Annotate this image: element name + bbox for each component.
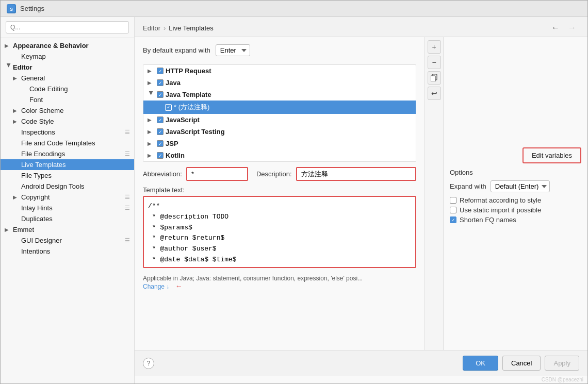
template-content-area: By default expand with Enter Tab Space [135,37,443,350]
tmpl-group-java-template[interactable]: ▶ Java Template [143,89,416,101]
svg-text:S: S [10,7,13,12]
group-label: HTTP Request [166,67,211,75]
change-label: Change ↓ [143,283,169,290]
settings-icon: ☰ [125,194,130,201]
template-textarea[interactable]: /** * @description TODO * $params$ * @re… [143,196,416,268]
sidebar-item-emmet[interactable]: ▶ Emmet [1,224,134,235]
expand-with-row: By default expand with Enter Tab Space [143,44,416,56]
shorten-fq-label: Shorten FQ names [460,216,516,224]
tmpl-group-kotlin[interactable]: ▶ Kotlin [143,149,416,161]
remove-button[interactable]: − [428,56,441,69]
tmpl-group-http-request[interactable]: ▶ HTTP Request [143,65,416,77]
ok-button[interactable]: OK [463,356,498,371]
sidebar-item-label: Emmet [13,226,34,233]
description-label: Description: [256,170,292,178]
sidebar-item-editor[interactable]: ▶ Editor [1,62,134,73]
main-content: ▶ Appearance & Behavior ▶ Keymap ▶ Edito… [1,17,587,383]
group-arrow: ▶ [148,141,155,146]
abbreviation-input[interactable] [186,167,248,181]
expand-arrow: ▶ [13,75,21,81]
static-import-checkbox[interactable] [450,207,456,213]
breadcrumb-parent: Editor [143,24,160,32]
sidebar-item-intentions[interactable]: ▶ Intentions [1,246,134,257]
reset-button[interactable]: ↩ [428,87,441,100]
help-button[interactable]: ? [143,358,154,369]
template-text-label: Template text: [143,186,416,194]
expand-arrow: ▶ [13,108,21,113]
sidebar-item-color-scheme[interactable]: ▶ Color Scheme [1,105,134,116]
settings-icon: ☰ [125,151,130,157]
group-checkbox[interactable] [157,128,164,135]
group-checkbox[interactable] [157,140,164,147]
reformat-checkbox[interactable] [450,197,456,204]
tmpl-item-method-comment[interactable]: * (方法注释) [143,101,416,114]
window-title: Settings [20,5,44,12]
tmpl-group-jsp[interactable]: ▶ JSP [143,138,416,149]
app-icon: S [7,4,16,13]
apply-button[interactable]: Apply [545,356,579,371]
settings-window: S Settings ▶ Appearance & Behavior ▶ Key… [0,0,588,384]
cancel-button[interactable]: Cancel [502,356,541,371]
search-input[interactable] [6,21,129,34]
sidebar-item-general[interactable]: ▶ General [1,73,134,84]
nav-buttons: ← → [548,22,579,34]
tmpl-group-java[interactable]: ▶ Java [143,77,416,89]
options-expand-with-select[interactable]: Default (Enter) Enter Tab Space [491,180,550,192]
sidebar-tree: ▶ Appearance & Behavior ▶ Keymap ▶ Edito… [1,38,134,383]
sidebar-item-gui-designer[interactable]: ▶ GUI Designer ☰ [1,235,134,246]
sidebar-item-label: Inlay Hints [21,204,53,212]
edit-variables-button[interactable]: Edit variables [522,147,581,163]
copy-button[interactable] [428,71,441,85]
description-input[interactable] [296,167,416,181]
sidebar-item-duplicates[interactable]: ▶ Duplicates [1,213,134,224]
sidebar-item-file-code-templates[interactable]: ▶ File and Code Templates [1,138,134,148]
sidebar: ▶ Appearance & Behavior ▶ Keymap ▶ Edito… [1,17,135,383]
sidebar-item-label: General [21,74,45,82]
expand-with-select[interactable]: Enter Tab Space [216,44,250,56]
group-label: JavaScript Testing [166,128,225,136]
group-checkbox[interactable] [157,152,164,159]
add-button[interactable]: + [428,40,441,54]
sidebar-item-label: Live Templates [21,161,66,169]
item-checkbox[interactable] [165,104,172,111]
watermark: CSDN @peacezhi [135,376,587,383]
sidebar-item-inspections[interactable]: ▶ Inspections ☰ [1,127,134,138]
settings-body: By default expand with Enter Tab Space [135,37,587,350]
sidebar-item-live-templates[interactable]: ▶ Live Templates [1,159,134,170]
sidebar-item-file-types[interactable]: ▶ File Types [1,170,134,181]
group-arrow: ▶ [149,91,154,98]
abbreviation-group: Abbreviation: [143,167,248,181]
breadcrumb-current: Live Templates [169,24,213,32]
abbr-desc-row: Abbreviation: Description: [143,167,416,181]
sidebar-item-file-encodings[interactable]: ▶ File Encodings ☰ [1,148,134,159]
settings-icon: ☰ [125,129,130,136]
group-checkbox[interactable] [157,116,164,123]
sidebar-item-copyright[interactable]: ▶ Copyright ☰ [1,192,134,203]
expand-arrow: ▶ [13,119,21,124]
expand-arrow: ▶ [5,227,13,232]
tmpl-group-javascript-testing[interactable]: ▶ JavaScript Testing [143,126,416,138]
tmpl-group-javascript[interactable]: ▶ JavaScript [143,114,416,126]
sidebar-item-label: Android Design Tools [21,182,85,190]
group-checkbox[interactable] [157,68,164,74]
group-checkbox[interactable] [157,91,164,98]
sidebar-item-code-style[interactable]: ▶ Code Style [1,116,134,127]
forward-button[interactable]: → [565,22,579,34]
sidebar-item-inlay-hints[interactable]: ▶ Inlay Hints ☰ [1,203,134,213]
template-tree: ▶ HTTP Request ▶ Java [143,64,416,162]
sidebar-item-keymap[interactable]: ▶ Keymap [1,51,134,62]
side-toolbar: + − ↩ [424,37,443,350]
abbreviation-label: Abbreviation: [143,170,182,178]
back-button[interactable]: ← [548,22,563,34]
sidebar-item-appearance[interactable]: ▶ Appearance & Behavior [1,40,134,51]
red-arrow-icon: ← [175,282,183,290]
change-link[interactable]: Change ↓ [143,283,169,290]
group-arrow: ▶ [148,129,155,135]
group-checkbox[interactable] [157,79,164,86]
sidebar-item-label: Duplicates [21,215,53,223]
sidebar-item-code-editing[interactable]: ▶ Code Editing [1,84,134,94]
shorten-fq-checkbox[interactable] [450,216,456,223]
reformat-label: Reformat according to style [460,196,541,204]
sidebar-item-android-design-tools[interactable]: ▶ Android Design Tools [1,181,134,192]
sidebar-item-font[interactable]: ▶ Font [1,94,134,105]
